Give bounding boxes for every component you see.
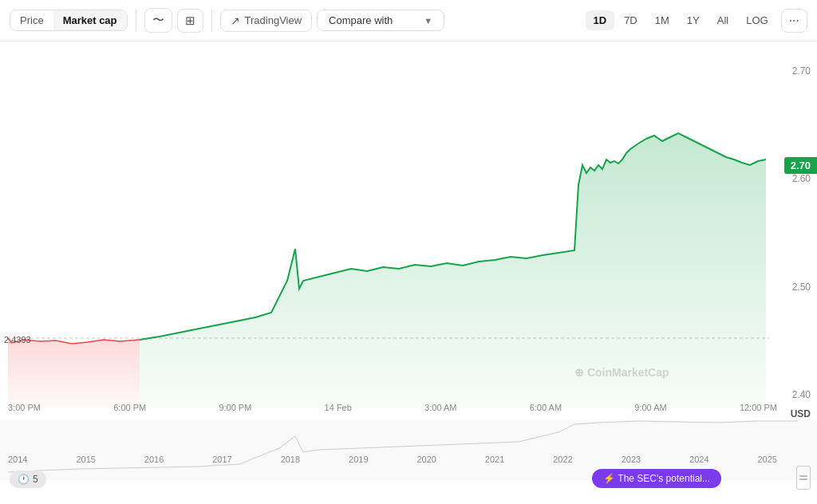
y-axis: 2.70 2.60 2.50 2.40 [779, 41, 811, 408]
time-1m-btn[interactable]: 1M [647, 10, 677, 30]
x-label-7: 12:00 PM [740, 403, 777, 412]
candle-chart-btn[interactable]: ⊞ [177, 9, 203, 33]
clock-badge[interactable]: 🕐 5 [10, 471, 46, 488]
red-area-fill [8, 338, 140, 408]
x-label-2: 9:00 PM [219, 403, 251, 412]
marketcap-tab[interactable]: Market cap [53, 10, 127, 30]
year-axis: 2014 2015 2016 2017 2018 2019 2020 2021 … [8, 455, 777, 464]
scroll-indicator[interactable] [796, 466, 811, 490]
year-2014: 2014 [8, 455, 27, 464]
x-label-3: 14 Feb [325, 403, 352, 412]
tradingview-btn[interactable]: ↗ TradingView [220, 10, 313, 32]
clock-icon: 🕐 [18, 474, 30, 485]
y-label-270: 2.70 [779, 65, 811, 77]
chart-icon: ↗ [231, 14, 240, 27]
time-7d-btn[interactable]: 7D [616, 10, 645, 30]
year-2023: 2023 [622, 455, 641, 464]
news-badge[interactable]: ⚡ The SEC's potential... [592, 469, 721, 488]
year-2016: 2016 [144, 455, 164, 464]
time-log-btn[interactable]: LOG [738, 10, 776, 30]
chevron-down-icon: ▼ [424, 16, 432, 26]
currency-label: USD [791, 408, 811, 419]
chart-container: ⊕ CoinMarketCap 2.4393 2.70 2.70 2.60 2.… [0, 41, 817, 504]
year-2019: 2019 [349, 455, 368, 464]
y-label-250: 2.50 [779, 282, 811, 293]
year-2021: 2021 [485, 455, 504, 464]
x-label-6: 9:00 AM [634, 403, 666, 412]
year-2018: 2018 [281, 455, 300, 464]
year-2017: 2017 [212, 455, 231, 464]
candle-chart-icon: ⊞ [185, 14, 195, 28]
y-label-240: 2.40 [779, 389, 811, 400]
year-2024: 2024 [689, 455, 708, 464]
x-label-4: 3:00 AM [424, 403, 456, 412]
divider-2 [211, 10, 212, 32]
year-2015: 2015 [76, 455, 95, 464]
price-tab[interactable]: Price [10, 10, 53, 30]
x-axis: 3:00 PM 6:00 PM 9:00 PM 14 Feb 3:00 AM 6… [8, 403, 777, 412]
divider-1 [136, 10, 136, 32]
start-price-label: 2.4393 [4, 335, 31, 345]
x-label-5: 6:00 AM [530, 403, 562, 412]
toolbar: Price Market cap 〜 ⊞ ↗ TradingView Compa… [0, 0, 817, 41]
scroll-line-2 [799, 478, 807, 480]
compare-dropdown[interactable]: Compare with ▼ [317, 10, 444, 31]
time-1y-btn[interactable]: 1Y [679, 10, 708, 30]
y-label-260: 2.60 [779, 173, 811, 184]
time-period-group: 1D 7D 1M 1Y All LOG [586, 10, 776, 30]
news-label: ⚡ The SEC's potential... [603, 473, 710, 484]
time-all-btn[interactable]: All [709, 10, 736, 30]
tradingview-label: TradingView [245, 14, 302, 26]
scroll-line-1 [799, 475, 807, 477]
main-chart-svg: ⊕ CoinMarketCap [0, 41, 817, 504]
view-tab-group: Price Market cap [10, 10, 128, 31]
more-options-btn[interactable]: ··· [781, 9, 807, 33]
line-chart-icon: 〜 [152, 13, 164, 28]
clock-count: 5 [33, 474, 38, 485]
year-2025: 2025 [757, 455, 776, 464]
compare-label: Compare with [329, 14, 393, 26]
line-chart-btn[interactable]: 〜 [144, 8, 172, 33]
x-label-0: 3:00 PM [8, 403, 41, 412]
watermark-text: ⊕ CoinMarketCap [574, 366, 669, 379]
year-2020: 2020 [416, 455, 436, 464]
x-label-1: 6:00 PM [113, 403, 146, 412]
time-1d-btn[interactable]: 1D [586, 10, 615, 30]
year-2022: 2022 [553, 455, 572, 464]
